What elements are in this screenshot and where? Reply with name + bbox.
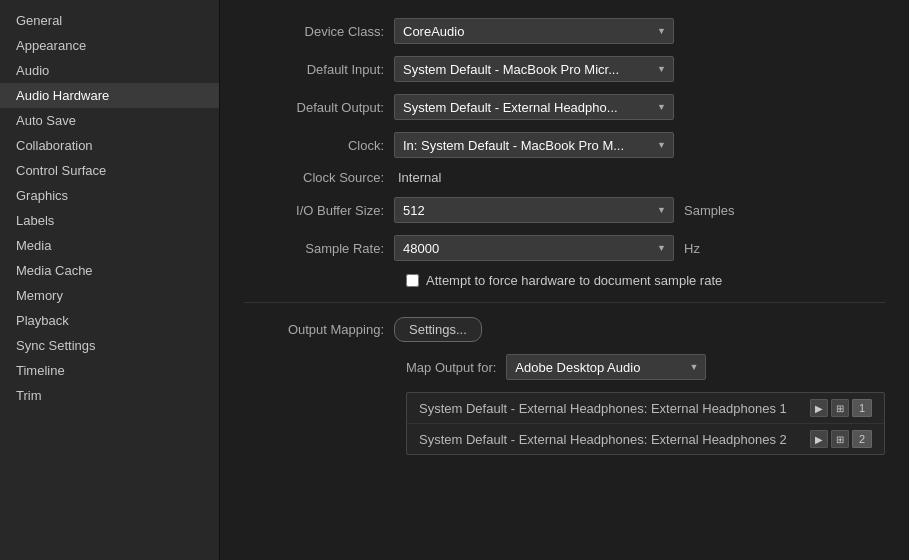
channel-2-text: System Default - External Headphones: Ex…	[419, 432, 800, 447]
force-hw-row: Attempt to force hardware to document sa…	[406, 273, 885, 288]
clock-source-row: Clock Source: Internal	[244, 170, 885, 185]
default-output-select-wrapper: System Default - External Headpho...	[394, 94, 674, 120]
output-mapping-row: Output Mapping: Settings...	[244, 317, 885, 342]
sidebar-item-graphics[interactable]: Graphics	[0, 183, 219, 208]
device-class-select[interactable]: CoreAudio	[394, 18, 674, 44]
clock-label: Clock:	[244, 138, 394, 153]
map-output-select[interactable]: Adobe Desktop Audio	[506, 354, 706, 380]
sidebar-item-media[interactable]: Media	[0, 233, 219, 258]
channels-list: System Default - External Headphones: Ex…	[406, 392, 885, 455]
sidebar: GeneralAppearanceAudioAudio HardwareAuto…	[0, 0, 220, 560]
sidebar-item-audio-hardware[interactable]: Audio Hardware	[0, 83, 219, 108]
output-mapping-label: Output Mapping:	[244, 322, 394, 337]
force-hw-checkbox[interactable]	[406, 274, 419, 287]
samples-label: Samples	[684, 203, 735, 218]
channel-2-controls: ▶ ⊞ 2	[810, 430, 872, 448]
default-output-select[interactable]: System Default - External Headpho...	[394, 94, 674, 120]
io-buffer-select-wrapper: 512	[394, 197, 674, 223]
sidebar-item-collaboration[interactable]: Collaboration	[0, 133, 219, 158]
io-buffer-select[interactable]: 512	[394, 197, 674, 223]
sidebar-item-playback[interactable]: Playback	[0, 308, 219, 333]
default-output-row: Default Output: System Default - Externa…	[244, 94, 885, 120]
force-hw-label: Attempt to force hardware to document sa…	[426, 273, 722, 288]
io-buffer-label: I/O Buffer Size:	[244, 203, 394, 218]
sidebar-item-sync-settings[interactable]: Sync Settings	[0, 333, 219, 358]
sidebar-item-audio[interactable]: Audio	[0, 58, 219, 83]
device-class-select-wrapper: CoreAudio	[394, 18, 674, 44]
clock-select[interactable]: In: System Default - MacBook Pro M...	[394, 132, 674, 158]
channel-1-num: 1	[852, 399, 872, 417]
device-class-label: Device Class:	[244, 24, 394, 39]
default-input-row: Default Input: System Default - MacBook …	[244, 56, 885, 82]
sample-rate-select[interactable]: 48000	[394, 235, 674, 261]
channel-2-mono-btn[interactable]: ⊞	[831, 430, 849, 448]
sidebar-item-timeline[interactable]: Timeline	[0, 358, 219, 383]
channel-1-mono-btn[interactable]: ⊞	[831, 399, 849, 417]
sidebar-item-general[interactable]: General	[0, 8, 219, 33]
sidebar-item-labels[interactable]: Labels	[0, 208, 219, 233]
default-input-label: Default Input:	[244, 62, 394, 77]
map-output-row: Map Output for: Adobe Desktop Audio	[406, 354, 885, 380]
channel-1-controls: ▶ ⊞ 1	[810, 399, 872, 417]
default-output-label: Default Output:	[244, 100, 394, 115]
divider	[244, 302, 885, 303]
map-output-for-label: Map Output for:	[406, 360, 496, 375]
channel-row-2: System Default - External Headphones: Ex…	[407, 424, 884, 454]
channel-1-text: System Default - External Headphones: Ex…	[419, 401, 800, 416]
channel-1-play-btn[interactable]: ▶	[810, 399, 828, 417]
clock-source-label: Clock Source:	[244, 170, 394, 185]
clock-source-value: Internal	[394, 170, 441, 185]
sample-rate-row: Sample Rate: 48000 Hz	[244, 235, 885, 261]
clock-row: Clock: In: System Default - MacBook Pro …	[244, 132, 885, 158]
channel-2-num: 2	[852, 430, 872, 448]
settings-button[interactable]: Settings...	[394, 317, 482, 342]
sidebar-item-memory[interactable]: Memory	[0, 283, 219, 308]
map-output-select-wrapper: Adobe Desktop Audio	[506, 354, 706, 380]
channel-row-1: System Default - External Headphones: Ex…	[407, 393, 884, 424]
clock-select-wrapper: In: System Default - MacBook Pro M...	[394, 132, 674, 158]
default-input-select[interactable]: System Default - MacBook Pro Micr...	[394, 56, 674, 82]
sidebar-item-appearance[interactable]: Appearance	[0, 33, 219, 58]
sidebar-item-trim[interactable]: Trim	[0, 383, 219, 408]
sample-rate-select-wrapper: 48000	[394, 235, 674, 261]
sidebar-item-control-surface[interactable]: Control Surface	[0, 158, 219, 183]
sidebar-item-auto-save[interactable]: Auto Save	[0, 108, 219, 133]
default-input-select-wrapper: System Default - MacBook Pro Micr...	[394, 56, 674, 82]
channel-2-play-btn[interactable]: ▶	[810, 430, 828, 448]
main-content: Device Class: CoreAudio Default Input: S…	[220, 0, 909, 560]
device-class-row: Device Class: CoreAudio	[244, 18, 885, 44]
hz-label: Hz	[684, 241, 700, 256]
sidebar-item-media-cache[interactable]: Media Cache	[0, 258, 219, 283]
sample-rate-label: Sample Rate:	[244, 241, 394, 256]
buffer-size-row: I/O Buffer Size: 512 Samples	[244, 197, 885, 223]
